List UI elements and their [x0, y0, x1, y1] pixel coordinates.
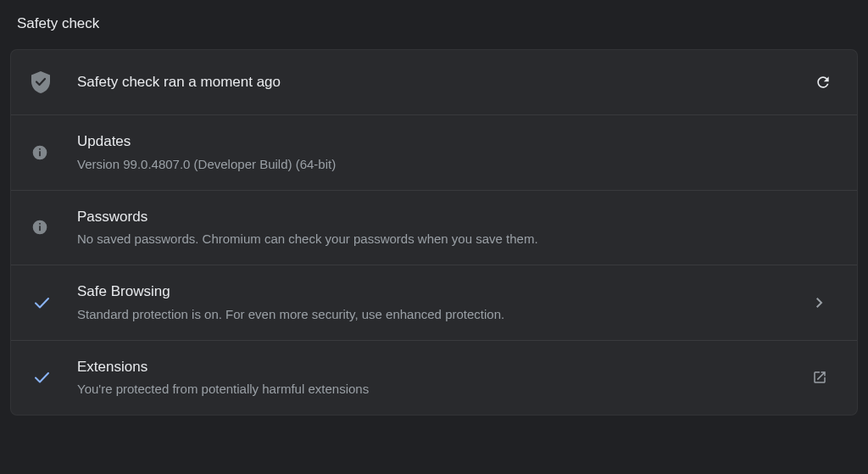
info-icon — [31, 219, 58, 236]
passwords-body: Passwords No saved passwords. Chromium c… — [58, 206, 837, 250]
passwords-row: Passwords No saved passwords. Chromium c… — [11, 191, 857, 266]
safe-browsing-body: Safe Browsing Standard protection is on.… — [58, 281, 803, 325]
section-title: Safety check — [10, 15, 858, 49]
safe-browsing-title: Safe Browsing — [77, 281, 803, 303]
refresh-icon — [815, 74, 832, 91]
safe-browsing-chevron — [803, 298, 837, 308]
safe-browsing-row[interactable]: Safe Browsing Standard protection is on.… — [11, 265, 857, 341]
svg-rect-4 — [39, 226, 41, 231]
extensions-row[interactable]: Extensions You're protected from potenti… — [11, 341, 857, 415]
svg-rect-5 — [39, 223, 41, 225]
check-icon — [31, 293, 58, 313]
safety-check-section: Safety check Safety check ran a moment a… — [0, 0, 868, 431]
passwords-subtitle: No saved passwords. Chromium can check y… — [77, 229, 837, 249]
extensions-title: Extensions — [77, 356, 803, 378]
extensions-open-external — [803, 370, 837, 385]
safe-browsing-subtitle: Standard protection is on. For even more… — [77, 304, 803, 325]
safety-check-header-body: Safety check ran a moment ago — [58, 71, 810, 93]
safety-check-header-title: Safety check ran a moment ago — [77, 71, 810, 93]
svg-rect-1 — [39, 151, 41, 156]
safety-check-header-row: Safety check ran a moment ago — [11, 50, 857, 115]
check-icon — [31, 367, 58, 388]
svg-rect-2 — [39, 148, 41, 150]
updates-row: Updates Version 99.0.4807.0 (Developer B… — [11, 115, 857, 191]
updates-body: Updates Version 99.0.4807.0 (Developer B… — [58, 131, 837, 175]
updates-subtitle: Version 99.0.4807.0 (Developer Build) (6… — [77, 154, 837, 175]
open-external-icon — [812, 370, 827, 385]
safety-check-card: Safety check ran a moment ago Updates Ve… — [10, 49, 858, 415]
passwords-title: Passwords — [77, 206, 837, 228]
chevron-right-icon — [816, 298, 823, 308]
info-icon — [31, 144, 58, 161]
shield-check-icon — [31, 71, 58, 93]
extensions-subtitle: You're protected from potentially harmfu… — [77, 379, 803, 399]
refresh-button[interactable] — [810, 69, 837, 96]
extensions-body: Extensions You're protected from potenti… — [58, 356, 803, 400]
updates-title: Updates — [77, 131, 837, 153]
